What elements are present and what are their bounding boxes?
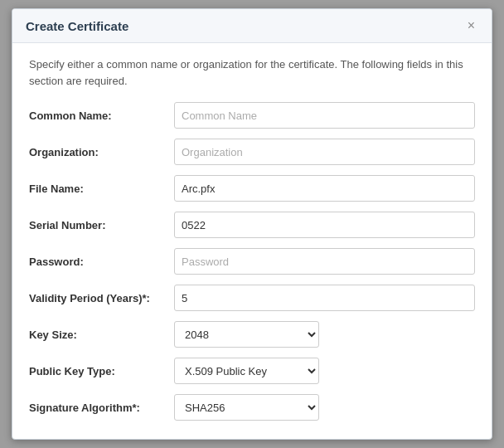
label-signature-algorithm: Signature Algorithm*: xyxy=(29,402,174,414)
row-public-key-type: Public Key Type:X.509 Public KeyRSAEC xyxy=(29,358,475,384)
input-common-name[interactable] xyxy=(174,102,475,129)
select-public-key-type[interactable]: X.509 Public KeyRSAEC xyxy=(174,358,319,384)
input-organization[interactable] xyxy=(174,139,475,165)
description-text: Specify either a common name or organiza… xyxy=(29,56,475,89)
row-password: Password: xyxy=(29,248,475,275)
row-organization: Organization: xyxy=(29,139,475,165)
input-password[interactable] xyxy=(174,248,475,275)
label-key-size: Key Size: xyxy=(29,329,174,341)
modal-header: Create Certificate × xyxy=(12,9,492,43)
modal-overlay: Create Certificate × Specify either a co… xyxy=(0,0,504,448)
label-organization: Organization: xyxy=(29,146,174,158)
row-common-name: Common Name: xyxy=(29,102,475,129)
modal-body: Specify either a common name or organiza… xyxy=(12,43,492,440)
select-fields-container: Key Size:102420484096Public Key Type:X.5… xyxy=(29,321,475,421)
close-button[interactable]: × xyxy=(464,17,478,34)
create-certificate-modal: Create Certificate × Specify either a co… xyxy=(12,8,492,440)
row-file-name: File Name: xyxy=(29,175,475,202)
select-key-size[interactable]: 102420484096 xyxy=(174,321,319,348)
label-public-key-type: Public Key Type: xyxy=(29,365,174,377)
label-validity-period: Validity Period (Years)*: xyxy=(29,292,174,304)
label-password: Password: xyxy=(29,256,174,268)
row-signature-algorithm: Signature Algorithm*:SHA256SHA1MD5 xyxy=(29,394,475,421)
input-validity-period[interactable] xyxy=(174,285,475,311)
label-file-name: File Name: xyxy=(29,183,174,195)
modal-title: Create Certificate xyxy=(26,19,128,33)
text-fields-container: Common Name:Organization:File Name:Seria… xyxy=(29,102,475,311)
row-serial-number: Serial Number: xyxy=(29,212,475,238)
label-common-name: Common Name: xyxy=(29,110,174,122)
row-key-size: Key Size:102420484096 xyxy=(29,321,475,348)
input-file-name[interactable] xyxy=(174,175,475,202)
select-signature-algorithm[interactable]: SHA256SHA1MD5 xyxy=(174,394,319,421)
row-validity-period: Validity Period (Years)*: xyxy=(29,285,475,311)
label-serial-number: Serial Number: xyxy=(29,219,174,231)
input-serial-number[interactable] xyxy=(174,212,475,238)
